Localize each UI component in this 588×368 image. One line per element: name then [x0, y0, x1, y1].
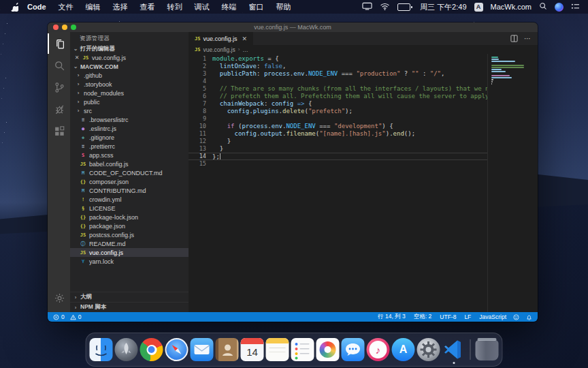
file-row-package-lock-json[interactable]: {}package-lock.json [70, 213, 189, 221]
file-row--eslintrc-js[interactable]: ●.eslintrc.js [70, 124, 189, 133]
dock-icon-reminders[interactable] [291, 338, 314, 361]
breadcrumb-more[interactable]: … [242, 46, 248, 53]
file-row-postcss-config-js[interactable]: JSpostcss.config.js [70, 230, 189, 239]
file-row--gitignore[interactable]: ◆.gitignore [70, 133, 189, 142]
activity-bar-source-control[interactable] [48, 77, 70, 97]
app-menu-code[interactable]: Code [21, 3, 52, 11]
menu-item-0[interactable]: 文件 [52, 0, 80, 14]
more-actions-icon[interactable]: ⋯ [524, 35, 532, 42]
siri-icon[interactable] [555, 3, 564, 12]
code-line-11[interactable]: 11 config.output.filename("[name].[hash]… [189, 130, 487, 138]
file-row-yarn-lock[interactable]: Yyarn.lock [70, 257, 189, 266]
dock-icon-calendar[interactable]: 14 [241, 338, 264, 361]
file-row--prettierrc[interactable]: ≡.prettierrc [70, 142, 189, 151]
folder-row-public[interactable]: ›public [70, 97, 189, 106]
problems-errors[interactable]: 0 [53, 313, 65, 320]
open-editor-item-vue-config[interactable]: ✕ JS vue.config.js [70, 53, 189, 62]
activity-bar-debug[interactable] [48, 99, 70, 119]
menu-item-2[interactable]: 选择 [107, 0, 134, 14]
code-line-14[interactable]: 14}; [189, 153, 487, 160]
code-editor[interactable]: 1module.exports = {2 lintOnSave: false,3… [189, 54, 487, 312]
dock-icon-finder[interactable] [90, 338, 113, 361]
activity-bar-search[interactable] [48, 55, 70, 76]
file-row-package-json[interactable]: {}package.json [70, 221, 189, 230]
display-mirroring-icon[interactable] [362, 2, 372, 12]
code-line-6[interactable]: 6 // prefetch them all. Prefetching them… [189, 93, 487, 100]
manage-gear-button[interactable] [48, 288, 70, 308]
sidebar-section-1[interactable]: ›NPM 脚本 [70, 302, 189, 312]
file-row-contributing-md[interactable]: MCONTRIBUTING.md [70, 186, 189, 195]
code-line-12[interactable]: 12 } [189, 138, 487, 145]
dock-icon-app-store[interactable]: A [392, 338, 415, 361]
code-line-10[interactable]: 10 if (process.env.NODE_ENV === "develop… [189, 123, 487, 130]
activity-bar-extensions[interactable] [48, 121, 70, 141]
folder-row-node-modules[interactable]: ›node_modules [70, 89, 189, 97]
minimap[interactable] [487, 54, 538, 312]
close-tab-icon[interactable]: ✕ [242, 35, 247, 42]
project-section-header[interactable]: ⌄ MACWK.COM [70, 62, 189, 71]
status-item-3[interactable]: LF [464, 313, 471, 320]
activity-bar-explorer[interactable] [48, 33, 70, 54]
status-item-1[interactable]: 空格: 2 [414, 313, 431, 321]
dock-icon-launchpad[interactable] [115, 338, 138, 361]
dock-icon-notes[interactable] [266, 338, 289, 361]
split-editor-icon[interactable] [510, 33, 518, 45]
dock-icon-messages[interactable] [342, 338, 365, 361]
file-row-readme-md[interactable]: ⓘREADME.md [70, 239, 189, 248]
menu-item-5[interactable]: 调试 [189, 0, 216, 14]
dock-icon-safari[interactable] [165, 338, 189, 361]
dock-icon-photos[interactable] [316, 338, 340, 361]
code-line-5[interactable]: 5 // There are so many chunks (from all … [189, 85, 487, 93]
dock-icon-trash[interactable] [476, 340, 499, 361]
menu-item-6[interactable]: 终端 [216, 0, 243, 14]
breadcrumb-file[interactable]: vue.config.js [203, 46, 235, 53]
menu-item-7[interactable]: 窗口 [243, 0, 270, 14]
dock-icon-itunes[interactable]: ♪ [367, 338, 390, 361]
code-line-7[interactable]: 7 chainWebpack: config => { [189, 100, 487, 108]
spotlight-search-icon[interactable] [539, 2, 547, 12]
wifi-icon[interactable] [380, 3, 390, 12]
menu-item-3[interactable]: 查看 [134, 0, 161, 14]
status-item-0[interactable]: 行 14, 列 3 [378, 313, 406, 321]
dock-icon-chrome[interactable] [140, 338, 163, 361]
file-row-babel-config-js[interactable]: JSbabel.config.js [70, 159, 189, 168]
code-line-3[interactable]: 3 publicPath: process.env.NODE_ENV === "… [189, 70, 487, 78]
dock-icon-contacts[interactable] [216, 338, 239, 361]
notification-center-icon[interactable] [571, 3, 580, 12]
battery-icon[interactable] [397, 3, 412, 11]
code-line-8[interactable]: 8 config.plugins.delete("prefetch"); [189, 108, 487, 115]
feedback-smiley-icon[interactable] [513, 314, 519, 320]
menu-item-1[interactable]: 编辑 [80, 0, 107, 14]
file-row-code-of-conduct-md[interactable]: MCODE_OF_CONDUCT.md [70, 168, 189, 177]
status-item-2[interactable]: UTF-8 [440, 313, 456, 320]
menu-bar-brand[interactable]: MacWk.com [491, 3, 532, 11]
dock-icon-mail[interactable] [191, 338, 214, 361]
code-line-15[interactable]: 15 [189, 160, 487, 168]
window-title-bar[interactable]: vue.config.js — MacWk.com [48, 22, 538, 32]
sidebar-section-0[interactable]: ›大纲 [70, 292, 189, 302]
code-line-13[interactable]: 13 } [189, 145, 487, 153]
code-line-2[interactable]: 2 lintOnSave: false, [189, 63, 487, 70]
file-row-composer-json[interactable]: {}composer.json [70, 177, 189, 186]
close-editor-icon[interactable]: ✕ [74, 55, 80, 61]
apple-menu-icon[interactable] [8, 3, 21, 12]
menu-item-4[interactable]: 转到 [161, 0, 189, 14]
code-line-4[interactable]: 4 [189, 78, 487, 85]
code-line-1[interactable]: 1module.exports = { [189, 55, 487, 63]
problems-warnings[interactable]: 0 [70, 313, 82, 320]
menu-item-8[interactable]: 帮助 [270, 0, 297, 14]
dock-icon-vscode[interactable] [442, 338, 466, 361]
code-line-9[interactable]: 9 [189, 115, 487, 123]
menu-bar-clock[interactable]: 周三 下午2:49 [420, 2, 466, 12]
tab-vue-config-js[interactable]: JS vue.config.js ✕ [189, 32, 253, 45]
input-source-icon[interactable]: A [474, 3, 483, 12]
file-row-app-scss[interactable]: Sapp.scss [70, 151, 189, 159]
folder-row-src[interactable]: ›src [70, 106, 189, 115]
dock-icon-system-preferences[interactable] [417, 338, 440, 361]
file-row-license[interactable]: §LICENSE [70, 204, 189, 213]
minimize-window-button[interactable] [62, 25, 67, 30]
file-row--browserslistrc[interactable]: ≡.browserslistrc [70, 115, 189, 124]
folder-row--github[interactable]: ›.github [70, 71, 189, 80]
status-item-4[interactable]: JavaScript [479, 313, 506, 320]
file-row-vue-config-js[interactable]: JSvue.config.js [70, 248, 189, 257]
